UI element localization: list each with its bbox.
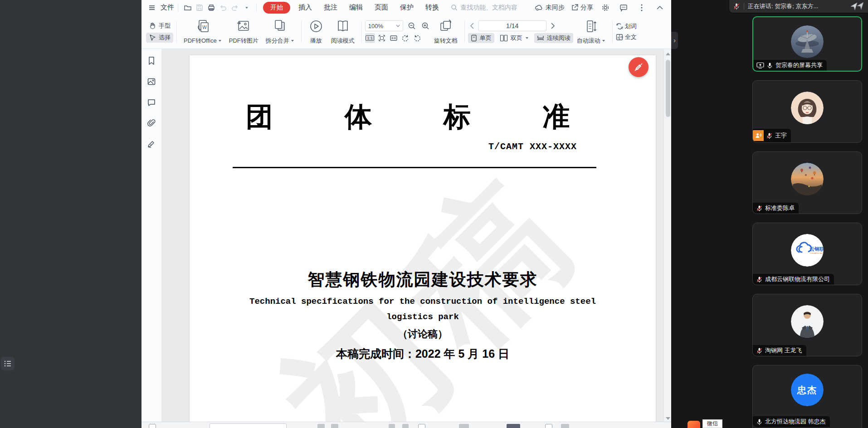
businessman-avatar (791, 305, 824, 338)
wechat-taskbar-label[interactable]: 微信 (702, 419, 722, 428)
double-page-button[interactable]: 双页 (497, 33, 532, 43)
scrollbar-thumb[interactable] (666, 60, 670, 117)
participant-tile[interactable]: 淘钢网 王龙飞 (752, 294, 862, 356)
statusbar-icon[interactable] (561, 424, 569, 428)
fit-width-icon[interactable] (389, 33, 399, 43)
save-icon[interactable] (195, 3, 204, 12)
share-button[interactable]: 分享 (571, 4, 593, 12)
collapse-ribbon-icon[interactable] (655, 3, 664, 12)
images-panel-icon[interactable] (146, 76, 157, 87)
tab-start[interactable]: 开始 (263, 2, 290, 14)
participant-tile[interactable]: 标准委陈卓 (752, 151, 862, 214)
participant-name: 贺宗春的屏幕共享 (775, 61, 823, 69)
participant-tile[interactable]: 云钢联 YUNGANGLIAN 成都云钢联物流有限公司 (752, 223, 862, 285)
svg-text:中: 中 (620, 36, 623, 39)
participant-tile[interactable]: 忠杰 北方恒达物流园 韩忠杰 (752, 365, 862, 428)
divider (464, 21, 465, 43)
statusbar-icon[interactable] (459, 424, 469, 428)
screen: 文件 开始 插入 批注 (0, 0, 868, 428)
pen-slash-icon (634, 62, 644, 72)
divider (178, 4, 178, 12)
rotate-document-icon (438, 19, 454, 35)
undo-icon[interactable] (219, 3, 228, 12)
word-translate-button[interactable]: 中a 划词 (616, 22, 646, 30)
caret-down-icon[interactable] (242, 3, 251, 12)
statusbar-icon[interactable] (545, 424, 552, 428)
statusbar-icon[interactable] (317, 424, 325, 428)
fit-page-icon[interactable] (377, 33, 387, 43)
read-mode-button[interactable]: 阅读模式 (327, 18, 358, 46)
tab-comment[interactable]: 批注 (324, 3, 337, 12)
caret-down-icon (602, 39, 605, 42)
document-subtitle-en-1: Technical specifications for the constru… (190, 297, 656, 306)
prev-page-icon[interactable] (468, 23, 476, 29)
pdf-to-image-button[interactable]: PDF转图片 (225, 18, 262, 46)
statusbar-icon[interactable] (402, 424, 409, 428)
search-placeholder: 查找功能、文档内容 (460, 4, 517, 12)
pdf-page[interactable]: 初稿 团 体 标 准 T/CAMT XXX-XXXX 智慧钢铁物流园建设技术要求… (190, 55, 656, 422)
double-page-label: 双页 (511, 34, 522, 42)
mic-muted-icon (766, 132, 773, 139)
svg-text:a: a (616, 23, 618, 26)
pdf-to-office-icon: W (195, 19, 210, 35)
statusbar-icon[interactable] (507, 424, 520, 428)
attachments-panel-icon[interactable] (146, 118, 157, 129)
illustrated-woman-avatar (791, 92, 824, 124)
status-bar (141, 422, 672, 428)
statusbar-grid-icon[interactable] (149, 424, 156, 428)
rotate-document-button[interactable]: 旋转文档 (430, 18, 461, 46)
tab-convert[interactable]: 转换 (425, 3, 439, 12)
settings-gear-icon[interactable] (601, 3, 610, 12)
rotate-ccw-icon[interactable] (400, 33, 410, 43)
auto-scroll-button[interactable]: 自动滚动 (573, 18, 609, 46)
zoom-out-icon[interactable] (407, 21, 417, 31)
next-page-icon[interactable] (549, 23, 557, 29)
pdf-to-office-button[interactable]: W PDF转Office (180, 18, 225, 46)
participant-tile[interactable]: 贺宗春的屏幕共享 (752, 16, 862, 72)
floating-translate-badge[interactable] (629, 57, 649, 77)
menu-tabs: 插入 批注 编辑 页面 保护 转换 (298, 3, 439, 12)
draft-label: （讨论稿） (190, 327, 656, 341)
print-icon[interactable] (207, 3, 216, 12)
feedback-chat-icon[interactable] (619, 3, 628, 12)
signature-panel-icon[interactable] (146, 139, 157, 150)
play-button[interactable]: 播放 (305, 18, 327, 46)
toc-float-button[interactable] (1, 357, 15, 370)
rotate-cw-icon[interactable] (412, 33, 422, 43)
hand-tool-button[interactable]: 手型 (146, 21, 173, 31)
scroll-down-icon[interactable] (666, 417, 670, 420)
zoom-in-icon[interactable] (420, 21, 430, 31)
single-page-button[interactable]: 单页 (468, 33, 494, 43)
statusbar-icon[interactable] (389, 424, 395, 428)
statusbar-icon[interactable] (331, 424, 338, 428)
statusbar-page-icon[interactable] (418, 424, 425, 428)
document-area[interactable]: 初稿 团 体 标 准 T/CAMT XXX-XXXX 智慧钢铁物流园建设技术要求… (162, 49, 672, 422)
file-menu[interactable]: 文件 (146, 3, 174, 12)
zoom-level-select[interactable]: 100% (365, 20, 403, 31)
page-number-input[interactable] (478, 20, 546, 31)
tab-page[interactable]: 页面 (375, 3, 388, 12)
continuous-read-button[interactable]: 连续阅读 (534, 33, 573, 43)
actual-size-button[interactable]: 1:1 (365, 33, 375, 43)
more-options-icon[interactable] (637, 3, 646, 12)
search-input[interactable]: 查找功能、文档内容 (451, 4, 517, 12)
redo-icon[interactable] (230, 3, 239, 12)
tab-protect[interactable]: 保护 (400, 3, 414, 12)
tab-insert[interactable]: 插入 (298, 3, 312, 12)
bookmarks-icon[interactable] (146, 55, 157, 66)
tab-edit[interactable]: 编辑 (349, 3, 363, 12)
full-translate-button[interactable]: a中 全文 (616, 33, 646, 41)
share-label: 分享 (580, 4, 593, 12)
open-folder-icon[interactable] (183, 3, 192, 12)
participant-tile[interactable]: 王宇 (752, 80, 862, 143)
split-merge-button[interactable]: 拆分合并 (262, 18, 298, 46)
wps-taskbar-icon[interactable] (688, 421, 700, 428)
comments-panel-icon[interactable] (146, 97, 157, 108)
select-tool-button[interactable]: 选择 (146, 33, 173, 43)
statusbar-input[interactable] (210, 423, 287, 428)
scroll-up-icon[interactable] (666, 53, 670, 55)
participant-name: 王宇 (775, 131, 787, 140)
mic-muted-icon (756, 205, 763, 212)
panel-expand-handle[interactable]: › (671, 32, 678, 49)
sync-status[interactable]: 未同步 (535, 4, 565, 12)
